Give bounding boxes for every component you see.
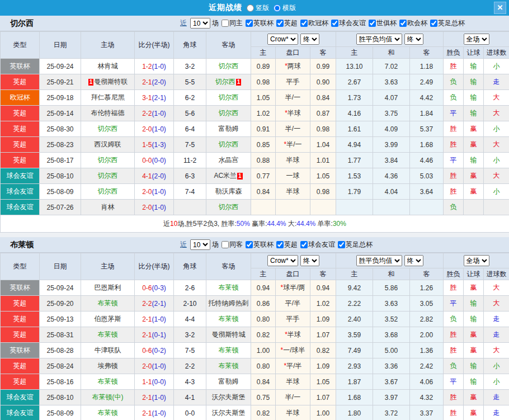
- league-checkbox[interactable]: [246, 241, 253, 248]
- summary-segment: 50%: [237, 220, 250, 228]
- handicap-line: *半/一: [276, 137, 310, 153]
- home-team-name: 林肯城: [98, 62, 118, 70]
- league-checkbox[interactable]: [276, 20, 284, 27]
- away-team: 切尔西: [206, 137, 251, 153]
- goals-result: 小: [484, 121, 509, 137]
- match-row: 英超25-09-14布伦特福德2-2(1-0)5-6切尔西1.02*半球0.87…: [1, 106, 509, 121]
- odds-time-select[interactable]: 终: [300, 34, 319, 45]
- team-section: 布莱顿近10场同客英联杯英超球会友谊英足总杯类型日期主场比分(半场)角球客场Cr…: [0, 237, 509, 420]
- away-team-name: 布莱顿: [219, 315, 239, 323]
- horizontal-radio[interactable]: [274, 4, 281, 12]
- corners: 7-5: [174, 343, 206, 358]
- handicap-line: 平/半: [276, 296, 310, 312]
- home-team: 切尔西: [81, 121, 135, 137]
- summary-row: 近10场,胜5平2负3, 胜率:50% 赢率:44.4% 大:44.4% 单率:…: [1, 215, 509, 233]
- layout-horizontal-option[interactable]: 横版: [274, 3, 296, 13]
- home-team: 肖林: [81, 200, 135, 215]
- bookmaker-select[interactable]: Crow*: [267, 34, 298, 45]
- win-loss-result: 负: [444, 358, 464, 374]
- away-team: 富勒姆: [206, 121, 251, 137]
- win-loss-result: 平: [444, 374, 464, 390]
- away-team-name: 勒沃库森: [215, 187, 242, 195]
- league-checkbox[interactable]: [300, 241, 308, 248]
- euro-home-odds: 2.67: [336, 74, 373, 90]
- league-label: 英足总杯: [438, 18, 465, 28]
- euro-time-select[interactable]: 终: [404, 34, 423, 45]
- league-checkbox[interactable]: [246, 20, 253, 27]
- league-checkbox[interactable]: [276, 241, 284, 248]
- league-checkbox[interactable]: [331, 20, 338, 27]
- euro-home-odds: 1.87: [336, 374, 373, 390]
- score: 0-6(0-2): [135, 343, 174, 358]
- column-header: 类型: [1, 32, 40, 59]
- same-venue-checkbox[interactable]: [221, 20, 229, 27]
- recent-count-select[interactable]: 10: [190, 18, 210, 29]
- league-checkbox[interactable]: [338, 241, 345, 248]
- euro-away-odds: 3.64: [410, 184, 444, 200]
- euro-time-select[interactable]: 终: [404, 255, 423, 266]
- match-scope-select[interactable]: 全场: [464, 34, 489, 45]
- handicap-away-odds: 1.05: [310, 168, 336, 184]
- halftime-score: (2-1): [152, 94, 166, 102]
- match-scope-select[interactable]: 全场: [464, 255, 489, 266]
- bookmaker-select[interactable]: Crow*: [267, 255, 298, 266]
- vertical-radio[interactable]: [247, 4, 254, 12]
- team-section-header: 布莱顿近10场同客英联杯英超球会友谊英足总杯: [0, 237, 509, 253]
- layout-vertical-option[interactable]: 竖版: [247, 3, 269, 13]
- goals-result: 小: [484, 374, 509, 390]
- team-section-header: 切尔西近10场同主英联杯英超欧冠杯球会友谊世俱杯欧会杯英足总杯: [0, 16, 509, 31]
- halftime-score: (1-3): [152, 141, 166, 149]
- league-checkbox[interactable]: [369, 20, 376, 27]
- euro-home-odds: 1.53: [336, 168, 373, 184]
- score: 0-6(0-3): [135, 280, 174, 296]
- euro-draw-odds: 5.00: [373, 343, 410, 358]
- fulltime-score: 0-6: [142, 347, 152, 355]
- away-team-name: 切尔西: [219, 109, 239, 117]
- win-loss-result: 胜: [444, 137, 464, 153]
- match-type-badge: 英超: [1, 312, 40, 327]
- euro-away-odds: 2.00: [410, 327, 444, 343]
- fulltime-score: 2-0: [142, 125, 152, 133]
- handicap-line: *两球: [276, 59, 310, 74]
- league-filter: 英联杯: [243, 18, 274, 28]
- games-label: 场: [212, 18, 219, 28]
- euro-home-odds: 1.61: [336, 121, 373, 137]
- match-type-badge: 英联杯: [1, 280, 40, 296]
- match-type-badge: 球会友谊: [1, 405, 40, 420]
- recent-link[interactable]: 近: [180, 18, 187, 28]
- same-venue-checkbox[interactable]: [221, 241, 229, 248]
- match-date: 25-09-14: [40, 106, 81, 121]
- handicap-home-odds: 0.98: [251, 74, 276, 90]
- league-checkbox[interactable]: [430, 20, 437, 27]
- goals-result: 大: [484, 280, 509, 296]
- handicap-away-odds: 0.94: [310, 280, 336, 296]
- close-icon[interactable]: ✕: [494, 2, 506, 14]
- league-label: 英联杯: [253, 18, 274, 28]
- handicap-line: 半球: [276, 153, 310, 168]
- team-title: 切尔西: [10, 18, 34, 29]
- euro-avg-select[interactable]: 胜平负均值: [356, 255, 402, 266]
- team-section: 切尔西近10场同主英联杯英超欧冠杯球会友谊世俱杯欧会杯英足总杯类型日期主场比分(…: [0, 16, 509, 233]
- halftime-score: (0-3): [152, 284, 166, 292]
- away-team: 水晶宫: [206, 153, 251, 168]
- odds-time-select[interactable]: 终: [300, 255, 319, 266]
- score: 2-1(2-0): [135, 74, 174, 90]
- league-checkbox[interactable]: [300, 20, 308, 27]
- league-filter: 欧会杯: [397, 18, 427, 28]
- score: 1-1(0-0): [135, 374, 174, 390]
- euro-avg-select[interactable]: 胜平负均值: [356, 34, 402, 45]
- euro-home-odds: 7.49: [336, 343, 373, 358]
- home-team-name: 西汉姆联: [95, 140, 121, 148]
- match-row: 球会友谊25-08-09切尔西2-0(1-0)7-4勒沃库森0.84半球0.98…: [1, 184, 509, 200]
- recent-count-select[interactable]: 10: [190, 239, 210, 250]
- summary-segment: 44.4%: [267, 220, 286, 228]
- euro-draw-odds: 3.68: [373, 327, 410, 343]
- handicap-result: 赢: [464, 327, 484, 343]
- match-date: 25-09-24: [40, 280, 81, 296]
- handicap-home-odds: 0.94: [251, 280, 276, 296]
- handicap-result: 赢: [464, 184, 484, 200]
- euro-odds-group-header: 胜平负均值终: [336, 32, 444, 47]
- recent-link[interactable]: 近: [180, 240, 187, 249]
- goals-result: 小: [484, 184, 509, 200]
- league-checkbox[interactable]: [399, 20, 407, 27]
